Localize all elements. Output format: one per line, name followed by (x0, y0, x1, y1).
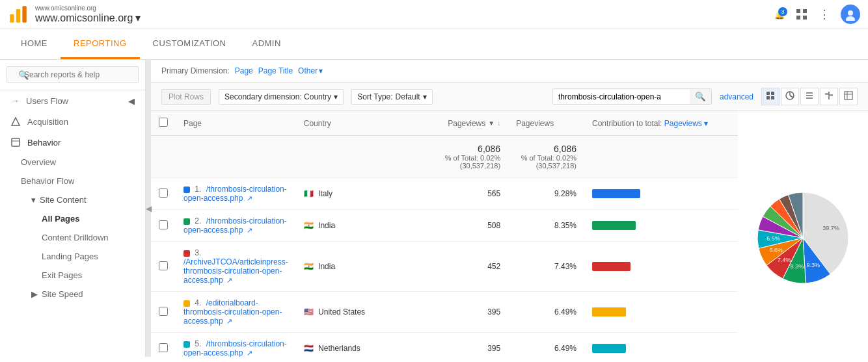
totals-pct: % of Total: 0.02% (415, 154, 500, 162)
tab-admin[interactable]: ADMIN (239, 29, 293, 59)
row-bar-cell-4 (584, 333, 738, 357)
sidebar-item-acquisition[interactable]: Acquisition (0, 111, 145, 132)
svg-rect-6 (803, 16, 807, 19)
more-options-button[interactable]: ⋮ (819, 7, 830, 21)
main-layout: 🔍 → Users Flow ◀ Acquisition (0, 60, 868, 357)
row-dot-2 (183, 250, 190, 257)
row-checkbox-2[interactable] (159, 261, 168, 270)
row-country-4: Netherlands (318, 344, 360, 353)
view-icon-list[interactable] (800, 88, 819, 105)
plot-rows-button[interactable]: Plot Rows (161, 89, 211, 105)
sidebar-collapse-handle[interactable]: ◀ (146, 60, 151, 357)
row-checkbox-3[interactable] (159, 307, 168, 316)
dim-option-page-title[interactable]: Page Title (258, 66, 293, 75)
row-pageviews-4: 395 (407, 333, 508, 357)
th-country-label: Country (304, 119, 331, 128)
th-pageviews2-label: Pageviews (516, 119, 554, 128)
dim-option-page[interactable]: Page (235, 66, 253, 75)
th-pageviews2: Pageviews (508, 111, 584, 136)
apps-grid-button[interactable] (795, 8, 808, 21)
svg-rect-26 (845, 92, 852, 99)
row-page-link-2[interactable]: /ArchiveJTCOA/articleinpress-thrombosis-… (183, 257, 288, 285)
sidebar-site-content-group[interactable]: ▾ Site Content (10, 190, 145, 209)
dim-option-other[interactable]: Other ▾ (298, 66, 323, 75)
row-checkbox-4[interactable] (159, 343, 168, 352)
th-pageviews[interactable]: Pageviews ▼ ↓ (407, 111, 508, 136)
pie-view-icon (785, 91, 794, 100)
sort-arrow-icon: ▼ (488, 120, 495, 127)
search-icon: 🔍 (18, 70, 29, 80)
th-country: Country (296, 111, 408, 136)
other-label: Other (298, 66, 318, 75)
user-avatar[interactable] (841, 5, 860, 24)
behavior-svg-icon (11, 138, 20, 147)
row-flag-2: 🇮🇳 (304, 262, 314, 271)
row-pct-0: 9.28% (508, 178, 584, 210)
notification-bell[interactable]: 🔔 3 (774, 10, 785, 19)
advanced-link[interactable]: advanced (720, 92, 753, 101)
tab-home[interactable]: HOME (8, 29, 61, 59)
sort-type-select[interactable]: Sort Type: Default ▾ (351, 89, 433, 105)
row-pageviews-3: 395 (407, 292, 508, 333)
svg-rect-11 (12, 138, 20, 146)
sidebar-item-exit-pages[interactable]: Exit Pages (10, 266, 145, 285)
sidebar-item-landing-pages[interactable]: Landing Pages (10, 247, 145, 266)
sidebar-item-overview[interactable]: Overview (10, 153, 145, 172)
row-pageviews-1: 508 (407, 210, 508, 242)
row-dot-0 (183, 187, 190, 193)
th-pageviews-label: Pageviews (448, 119, 485, 128)
sidebar-collapse-btn[interactable]: ◀ (128, 96, 135, 106)
select-all-checkbox[interactable] (159, 118, 168, 127)
sidebar-label-acquisition: Acquisition (27, 117, 68, 127)
th-contribution-metric: Pageviews (664, 119, 702, 128)
search-filter-button[interactable]: 🔍 (690, 89, 711, 104)
site-info: www.omicsonline.org www.omicsonline.org … (35, 5, 141, 24)
top-bar-right: 🔔 3 ⋮ (774, 5, 860, 24)
view-icon-pivot[interactable] (839, 88, 858, 105)
sidebar-site-speed-group[interactable]: ▶ Site Speed (10, 285, 145, 304)
row-num-1: 2. (195, 216, 201, 226)
svg-rect-5 (796, 16, 800, 19)
pie-label-0: 39.7% (822, 225, 839, 231)
sidebar-item-all-pages[interactable]: All Pages (10, 209, 145, 228)
apps-grid-icon (795, 8, 808, 21)
tab-reporting[interactable]: REPORTING (61, 29, 140, 59)
sidebar-wrapper: 🔍 → Users Flow ◀ Acquisition (0, 60, 151, 357)
tab-customization[interactable]: CUSTOMIZATION (140, 29, 239, 59)
view-icon-pie[interactable] (781, 88, 799, 105)
th-page-label: Page (183, 119, 202, 128)
top-bar: www.omicsonline.org www.omicsonline.org … (0, 0, 868, 29)
svg-rect-0 (10, 14, 14, 23)
row-pageviews-0: 565 (407, 178, 508, 210)
pie-label-2: 8.3% (791, 263, 804, 270)
view-icon-compare[interactable] (820, 88, 838, 105)
sidebar-item-users-flow[interactable]: → Users Flow ◀ (0, 90, 145, 111)
secondary-dimension-select[interactable]: Secondary dimension: Country ▾ (219, 89, 344, 105)
content-area: Primary Dimension: Page Page Title Other… (151, 60, 868, 357)
row-num-0: 1. (195, 185, 201, 194)
svg-marker-10 (12, 118, 20, 125)
th-contribution-chevron: ▾ (704, 119, 708, 128)
svg-rect-24 (825, 93, 828, 95)
row-checkbox-0[interactable] (159, 188, 168, 198)
totals-pageviews2: 6,086 (516, 144, 576, 154)
url-dropdown-icon: ▾ (135, 12, 141, 24)
sort-down-icon: ↓ (497, 120, 500, 127)
table-row: 5. /thrombosis-circulation-open-access.p… (151, 333, 738, 357)
view-icon-grid[interactable] (761, 88, 780, 105)
table-row: 1. /thrombosis-circulation-open-access.p… (151, 178, 738, 210)
secondary-dim-label: Secondary dimension: Country (224, 92, 331, 101)
top-bar-left: www.omicsonline.org www.omicsonline.org … (8, 4, 141, 25)
filter-bar: Plot Rows Secondary dimension: Country ▾… (151, 83, 868, 111)
site-url-large[interactable]: www.omicsonline.org ▾ (35, 12, 141, 24)
pie-chart: 39.7%9.3%8.3%7.4%6.6%6.5% (748, 183, 858, 293)
svg-rect-3 (796, 9, 800, 13)
sidebar-edge-icon: ◀ (146, 204, 152, 213)
row-page-ext-icon-4: ↗ (247, 349, 252, 357)
row-checkbox-1[interactable] (159, 220, 168, 229)
sidebar-item-behavior[interactable]: Behavior (0, 132, 145, 153)
search-filter-input[interactable] (553, 90, 690, 104)
sidebar-item-content-drilldown[interactable]: Content Drilldown (10, 228, 145, 247)
sidebar-item-behavior-flow[interactable]: Behavior Flow (10, 172, 145, 190)
table-wrapper: Page Country Pageviews ▼ ↓ (151, 111, 738, 357)
